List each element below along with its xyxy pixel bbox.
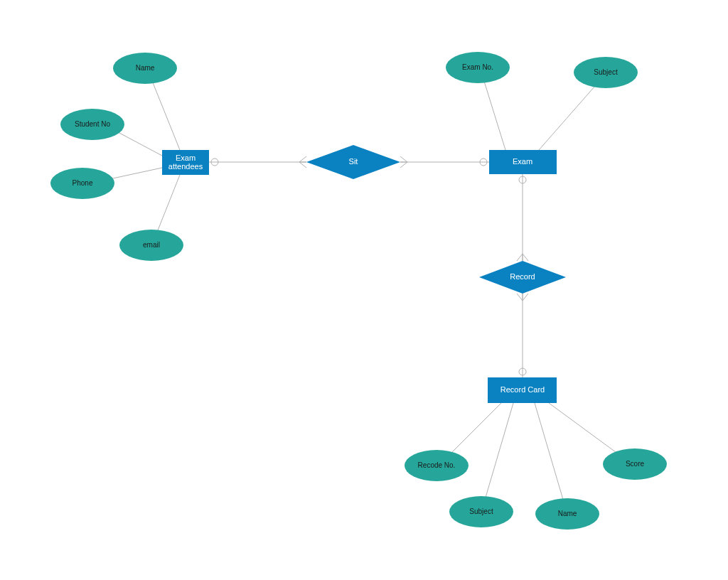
attr-examno-label: Exam No.: [462, 63, 493, 71]
attr-subject1-label: Subject: [594, 68, 618, 76]
notation-crowfoot: [517, 254, 528, 261]
attr-score-label: Score: [626, 460, 645, 468]
notation-crowfoot: [299, 156, 306, 168]
connector-subject1-exam: [539, 80, 600, 150]
connector-name2-recordcard: [535, 403, 565, 507]
attr-phone-label: Phone: [73, 179, 93, 187]
relationship-record-label: Record: [510, 272, 535, 281]
er-diagram: Name Student No Phone email Exam No. Sub…: [0, 0, 728, 580]
connector-name-attendees: [149, 74, 180, 150]
notation-crowfoot: [400, 156, 407, 168]
entity-exam-attendees-label-2: attendees: [168, 162, 203, 171]
entity-exam-label: Exam: [513, 157, 532, 166]
connector-email-attendees: [155, 175, 180, 237]
connector-subject2-recordcard: [483, 403, 513, 505]
relationship-sit-label: Sit: [349, 157, 358, 166]
attr-subject2-label: Subject: [469, 508, 493, 515]
attr-email-label: email: [143, 241, 160, 249]
attr-name2-label: Name: [558, 510, 577, 517]
attr-recodeno-label: Recode No.: [418, 461, 456, 469]
attr-name1-label: Name: [136, 64, 155, 72]
notation-crowfoot: [517, 294, 528, 301]
connector-examno-exam: [483, 77, 505, 150]
entity-exam-attendees-label-1: Exam: [176, 154, 196, 162]
attr-studentno-label: Student No: [75, 120, 110, 128]
entity-record-card-label: Record Card: [500, 385, 545, 394]
